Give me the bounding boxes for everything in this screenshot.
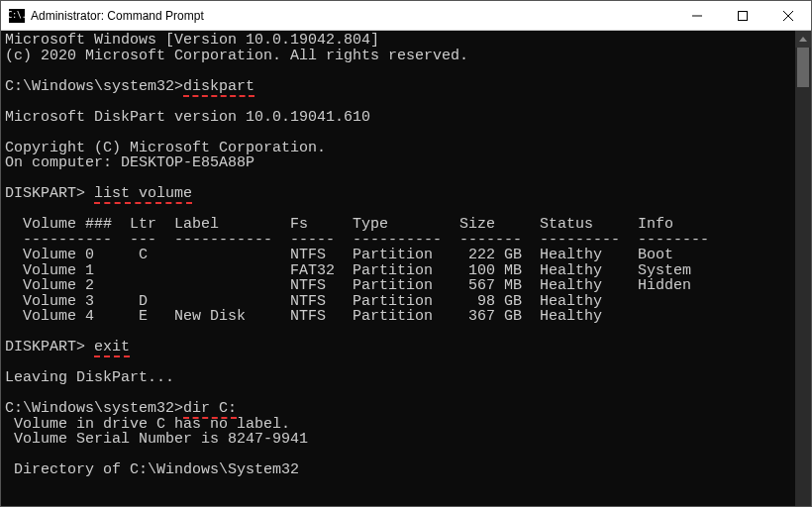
vertical-scrollbar[interactable]	[795, 31, 811, 506]
dir-output-line: Volume in drive C has no label.	[5, 416, 290, 433]
volume-table-header: Volume ### Ltr Label Fs Type Size Status…	[5, 216, 673, 233]
banner-line: (c) 2020 Microsoft Corporation. All righ…	[5, 48, 468, 64]
diskpart-prompt: DISKPART>	[5, 339, 94, 355]
leaving-diskpart: Leaving DiskPart...	[5, 369, 174, 386]
prompt-path: C:\Windows\system32>	[5, 78, 183, 95]
cmd-icon: C:\.	[9, 9, 25, 23]
volume-row: Volume 1 FAT32 Partition 100 MB Healthy …	[5, 262, 691, 279]
prompt-path: C:\Windows\system32>	[5, 400, 183, 417]
volume-row: Volume 0 C NTFS Partition 222 GB Healthy…	[5, 247, 673, 263]
dir-output-line: Directory of C:\Windows\System32	[5, 461, 299, 478]
scroll-thumb[interactable]	[797, 48, 809, 87]
volume-row: Volume 3 D NTFS Partition 98 GB Healthy	[5, 293, 602, 310]
close-button[interactable]	[765, 1, 811, 31]
minimize-button[interactable]	[674, 1, 720, 31]
dir-output-line: Volume Serial Number is 8247-9941	[5, 431, 308, 448]
diskpart-prompt: DISKPART>	[5, 185, 94, 202]
maximize-button[interactable]	[720, 1, 765, 31]
command-prompt-window: C:\. Administrator: Command Prompt Micro…	[0, 0, 812, 507]
window-title: Administrator: Command Prompt	[31, 9, 204, 23]
volume-table-rule: ---------- --- ----------- ----- -------…	[5, 232, 709, 249]
cmd-list-volume: list volume	[94, 185, 192, 204]
cmd-diskpart: diskpart	[183, 78, 254, 97]
diskpart-copyright: Copyright (C) Microsoft Corporation.	[5, 140, 326, 156]
terminal-output[interactable]: Microsoft Windows [Version 10.0.19042.80…	[1, 31, 795, 506]
client-area: Microsoft Windows [Version 10.0.19042.80…	[1, 31, 811, 506]
banner-line: Microsoft Windows [Version 10.0.19042.80…	[5, 32, 379, 49]
diskpart-computer: On computer: DESKTOP-E85A88P	[5, 154, 254, 171]
volume-row: Volume 2 NTFS Partition 567 MB Healthy H…	[5, 277, 691, 294]
cmd-exit: exit	[94, 339, 130, 357]
titlebar[interactable]: C:\. Administrator: Command Prompt	[1, 1, 811, 31]
diskpart-version: Microsoft DiskPart version 10.0.19041.61…	[5, 109, 370, 126]
svg-marker-4	[799, 37, 807, 42]
scroll-up-arrow[interactable]	[795, 31, 811, 48]
svg-rect-1	[739, 11, 748, 20]
volume-row: Volume 4 E New Disk NTFS Partition 367 G…	[5, 308, 602, 325]
